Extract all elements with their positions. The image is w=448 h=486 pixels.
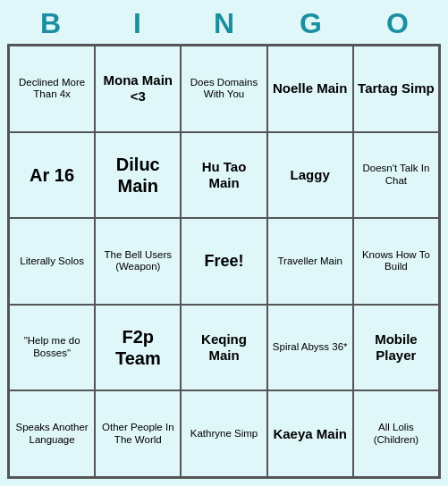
bingo-cell-6: Diluc Main xyxy=(95,132,181,219)
bingo-cell-23: Kaeya Main xyxy=(267,390,353,477)
bingo-cell-22: Kathryne Simp xyxy=(181,390,266,477)
bingo-grid: Declined More Than 4xMona Main <3Does Do… xyxy=(7,44,441,479)
letter-b: B xyxy=(7,7,94,40)
bingo-cell-4: Tartag Simp xyxy=(353,46,439,132)
bingo-cell-5: Ar 16 xyxy=(9,132,95,219)
bingo-cell-8: Laggy xyxy=(267,132,353,219)
letter-i: I xyxy=(94,7,181,40)
bingo-cell-10: Literally Solos xyxy=(9,218,95,305)
bingo-cell-21: Other People In The World xyxy=(95,390,181,477)
bingo-cell-19: Mobile Player xyxy=(353,305,439,391)
bingo-cell-11: The Bell Users (Weapon) xyxy=(95,218,181,305)
letter-o: O xyxy=(354,7,441,40)
bingo-cell-14: Knows How To Build xyxy=(353,218,439,305)
bingo-cell-24: All Lolis (Children) xyxy=(353,390,439,477)
bingo-cell-15: "Help me do Bosses" xyxy=(9,305,95,391)
letter-g: G xyxy=(267,7,354,40)
bingo-cell-17: Keqing Main xyxy=(181,305,266,391)
bingo-cell-7: Hu Tao Main xyxy=(181,132,266,219)
bingo-cell-3: Noelle Main xyxy=(267,46,353,132)
bingo-cell-13: Traveller Main xyxy=(267,218,353,305)
bingo-title-row: B I N G O xyxy=(7,7,441,40)
bingo-cell-16: F2p Team xyxy=(95,305,181,391)
bingo-cell-0: Declined More Than 4x xyxy=(9,46,95,132)
bingo-cell-1: Mona Main <3 xyxy=(95,46,181,132)
letter-n: N xyxy=(181,7,267,40)
bingo-cell-2: Does Domains With You xyxy=(181,46,266,132)
bingo-cell-12: Free! xyxy=(181,218,266,305)
bingo-cell-18: Spiral Abyss 36* xyxy=(267,305,353,391)
bingo-cell-9: Doesn't Talk In Chat xyxy=(353,132,439,219)
bingo-cell-20: Speaks Another Language xyxy=(9,390,95,477)
